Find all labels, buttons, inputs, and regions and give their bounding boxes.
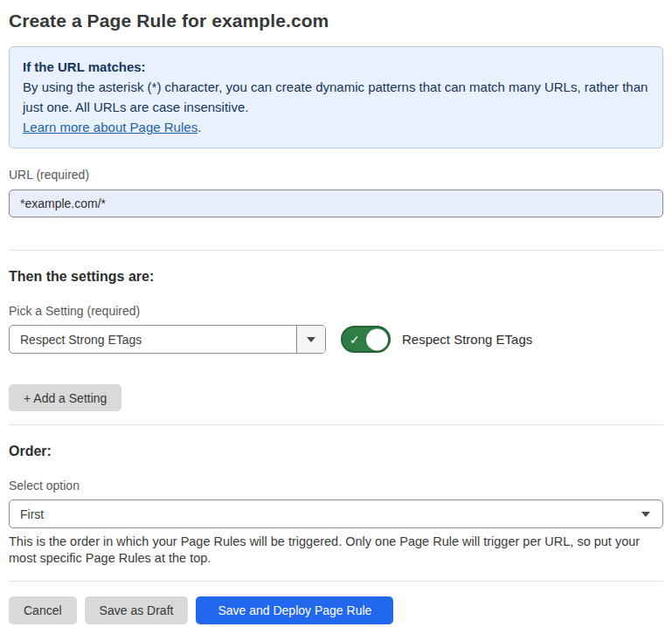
setting-toggle[interactable]: ✓ <box>341 326 391 353</box>
order-section-heading: Order: <box>9 444 663 459</box>
setting-row: Respect Strong ETags ✓ Respect Strong ET… <box>9 325 663 354</box>
save-draft-button[interactable]: Save as Draft <box>85 596 189 624</box>
chevron-down-icon <box>641 512 650 517</box>
learn-more-link[interactable]: Learn more about Page Rules <box>23 120 197 134</box>
add-setting-button[interactable]: + Add a Setting <box>9 384 121 411</box>
url-field-label: URL (required) <box>9 168 663 182</box>
setting-select[interactable]: Respect Strong ETags <box>9 325 326 354</box>
pick-setting-label: Pick a Setting (required) <box>9 304 663 318</box>
info-box-body: By using the asterisk (*) character, you… <box>23 77 649 117</box>
settings-section-heading: Then the settings are: <box>9 269 663 285</box>
cancel-button[interactable]: Cancel <box>9 596 77 624</box>
page-rule-form: Create a Page Rule for example.com If th… <box>0 0 672 624</box>
info-box-heading: If the URL matches: <box>23 57 649 77</box>
save-deploy-button[interactable]: Save and Deploy Page Rule <box>196 596 393 624</box>
toggle-knob <box>366 328 388 350</box>
page-title: Create a Page Rule for example.com <box>9 9 663 46</box>
check-icon: ✓ <box>350 334 360 346</box>
link-suffix: . <box>197 120 201 134</box>
info-box-link-line: Learn more about Page Rules. <box>23 117 649 137</box>
setting-select-arrow-button[interactable] <box>296 326 325 353</box>
chevron-down-icon <box>307 337 315 342</box>
setting-select-value: Respect Strong ETags <box>10 333 296 347</box>
order-select-label: Select option <box>9 479 663 493</box>
order-help-text: This is the order in which your Page Rul… <box>9 534 660 567</box>
url-input[interactable] <box>9 189 663 217</box>
section-divider <box>9 424 663 425</box>
url-match-info-box: If the URL matches: By using the asteris… <box>9 46 663 148</box>
order-select-value: First <box>10 507 662 521</box>
footer-divider <box>9 581 663 582</box>
section-divider <box>9 250 663 251</box>
footer-actions: Cancel Save as Draft Save and Deploy Pag… <box>9 596 663 624</box>
setting-toggle-label: Respect Strong ETags <box>402 332 532 347</box>
order-select[interactable]: First <box>9 500 663 528</box>
